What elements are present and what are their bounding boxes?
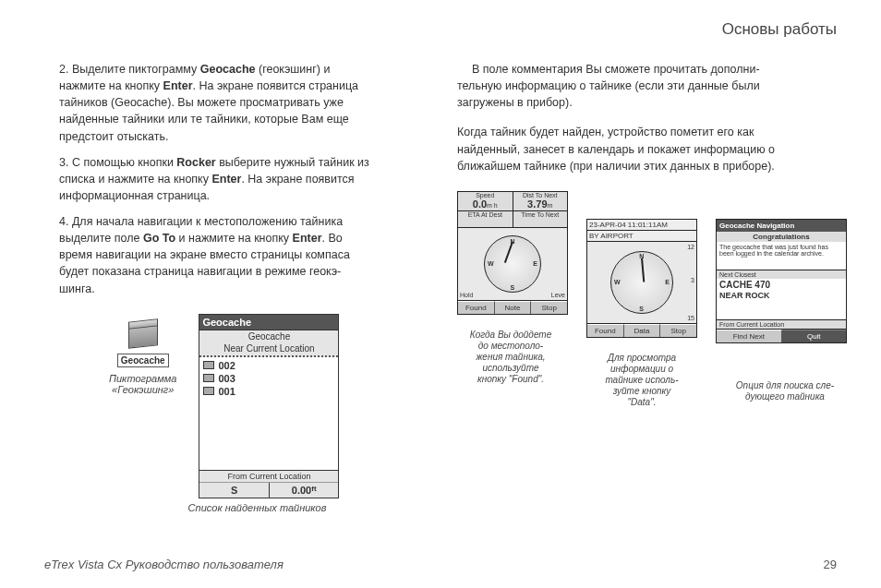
caption-line: Пиктограмма	[109, 373, 176, 384]
field-value: 3.79m	[514, 198, 567, 210]
para-line: найденный, занесет в календарь и покажет…	[457, 143, 775, 156]
compass-w: W	[488, 260, 494, 267]
text: . На экране появится страница	[193, 79, 359, 92]
geocache-icon-block: Geocache Пиктограмма «Геокэшинг»	[109, 321, 176, 395]
footer-label: From Current Location	[199, 471, 338, 483]
step-number: 2.	[59, 63, 72, 76]
find-next-button[interactable]: Find Next	[717, 330, 782, 342]
bold-term: Enter	[293, 232, 322, 245]
cache-id: 002	[218, 360, 235, 371]
chest-icon	[203, 361, 214, 369]
compass-s: S	[511, 284, 515, 291]
compass-area: N E S W 12 3 15	[587, 242, 696, 323]
chest-icon	[203, 374, 214, 382]
device-screenshot-wrap: Geocache Geocache Near Current Location …	[199, 314, 339, 498]
caption-line: информации о	[610, 364, 673, 374]
dist-num: 0.00	[292, 485, 311, 496]
para-line: Когда тайник будет найден, устройство по…	[457, 126, 754, 138]
geocache-list-screen: Geocache Geocache Near Current Location …	[199, 314, 339, 498]
para-line: загружены в прибор).	[457, 96, 573, 109]
text: и нажмите на кнопку	[175, 232, 292, 245]
screen-footer: From Current Location S 0.00ft	[199, 470, 338, 498]
val: 3.79	[527, 198, 547, 210]
two-column-layout: 2. Выделите пиктограмму Geocache (геокэш…	[44, 61, 837, 513]
ttn-cell: Time To Next	[513, 211, 568, 227]
button-bar: Found Data Stop	[587, 323, 696, 337]
stop-button[interactable]: Stop	[531, 301, 567, 314]
step-line: 2. Выделите пиктограмму Geocache (геокэш…	[44, 63, 330, 76]
step-line: 3. С помощью кнопки Rocker выберите нужн…	[44, 156, 369, 169]
step-line: найденные тайники или те тайники, которы…	[44, 111, 424, 127]
list-item[interactable]: 003	[203, 372, 334, 385]
text: выберите нужный тайник из	[216, 156, 369, 169]
text: (геокэшинг) и	[256, 63, 331, 76]
caption-line: Опция для поиска сле-	[736, 380, 834, 390]
figure-caption: Список найденных тайников	[91, 502, 424, 513]
cache-name: CACHE 470	[717, 279, 846, 291]
right-column: В поле комментария Вы сможете прочитать …	[457, 61, 837, 513]
text: . На экране появится	[241, 173, 354, 186]
field-value	[459, 218, 512, 227]
caption-line: жения тайника,	[476, 352, 545, 362]
caption-line: Когда Вы дойдете	[470, 330, 551, 340]
para-line: тельную информацию о тайнике (если эти д…	[457, 79, 760, 92]
bold-term: Go To	[143, 232, 175, 245]
list-item[interactable]: 002	[203, 359, 334, 372]
compass-s: S	[639, 306, 644, 312]
text: Выделите пиктограмму	[72, 63, 200, 76]
field-label: Dist To Next	[514, 192, 567, 198]
left-column: 2. Выделите пиктограмму Geocache (геокэш…	[44, 61, 424, 513]
caption-line: кнопку "Found".	[477, 374, 544, 384]
location-line: BY AIRPORT	[587, 231, 696, 242]
tick-label: 3	[691, 277, 694, 283]
compass-screen-data: 23-APR-04 11:01:11AM BY AIRPORT N E S W …	[586, 219, 697, 338]
step-line: тайников (Geocache). Вы можете просматри…	[44, 94, 424, 111]
bold-term: Geocache	[200, 63, 256, 76]
caption-line: до местополо-	[478, 341, 543, 351]
distance-value: 0.00ft	[270, 483, 339, 498]
direction-value: S	[199, 483, 270, 498]
tick-label: 15	[687, 315, 694, 321]
tick-label: 12	[687, 244, 694, 250]
eta-cell: ETA At Dest	[458, 211, 513, 227]
caption-line: зуйте кнопку	[613, 386, 671, 396]
text: нажмите на кнопку	[59, 79, 163, 92]
found-button[interactable]: Found	[587, 324, 624, 337]
list-item[interactable]: 001	[203, 385, 334, 398]
unit: m h	[487, 202, 498, 209]
timestamp-line: 23-APR-04 11:01:11AM	[587, 220, 696, 231]
data-button[interactable]: Data	[624, 324, 661, 337]
compass-area: Hold Leve N E S W	[458, 228, 567, 300]
speed-cell: Speed 0.0m h	[458, 192, 513, 210]
button-bar: Found Note Stop	[458, 300, 567, 314]
instruction-list: 2. Выделите пиктограмму Geocache (геокэш…	[44, 61, 424, 297]
compass-needle-icon	[641, 258, 645, 282]
step-line: информационная страница.	[44, 187, 424, 204]
val: 0.0	[473, 198, 487, 210]
book-title: eTrex Vista Cx Руководство пользователя	[44, 558, 284, 571]
quit-button[interactable]: Quit	[782, 330, 847, 342]
figure-navigation-screens: Speed 0.0m h Dist To Next 3.79m ETA At D…	[457, 191, 837, 413]
side-label: Hold	[460, 292, 473, 298]
text: списка и нажмите на кнопку	[59, 173, 211, 186]
caption-line: дующего тайника	[745, 391, 825, 402]
para-line: В поле комментария Вы сможете прочитать …	[457, 61, 837, 78]
paragraph: В поле комментария Вы сможете прочитать …	[457, 61, 837, 111]
step-line: 4. Для начала навигации к местоположению…	[44, 215, 343, 228]
chest-icon	[203, 387, 214, 395]
compass-e: E	[665, 279, 670, 285]
field-label: ETA At Dest	[459, 211, 512, 218]
step-4: 4. Для начала навигации к местоположению…	[44, 213, 424, 297]
found-button[interactable]: Found	[458, 301, 495, 314]
step-line: время навигации на экране вместо страниц…	[44, 246, 424, 263]
icon-caption: Пиктограмма «Геокэшинг»	[109, 373, 176, 395]
compass-icon: N E S W	[484, 235, 541, 293]
spacer	[717, 303, 846, 319]
stop-button[interactable]: Stop	[660, 324, 696, 337]
caption-line: "Data".	[627, 397, 656, 407]
step-line: предстоит отыскать.	[44, 128, 424, 145]
step-number: 3.	[59, 156, 72, 169]
side-label: Leve	[551, 292, 565, 298]
note-button[interactable]: Note	[495, 301, 532, 314]
compass-icon: N E S W	[610, 251, 673, 314]
